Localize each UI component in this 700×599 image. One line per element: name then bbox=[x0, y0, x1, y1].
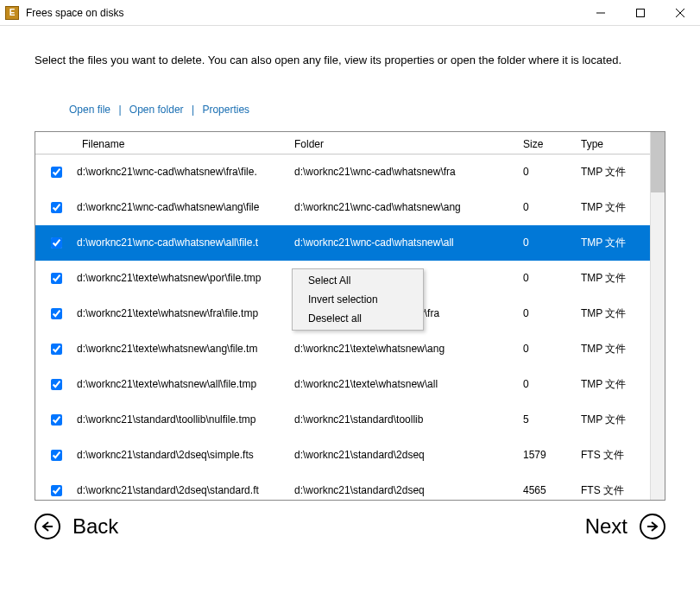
cell-filename: d:\worknc21\texte\whatsnew\por\file.tmp bbox=[77, 272, 294, 284]
table-row[interactable]: d:\worknc21\standard\toollib\nulfile.tmp… bbox=[35, 402, 650, 438]
column-folder[interactable]: Folder bbox=[294, 135, 476, 150]
close-button[interactable] bbox=[660, 0, 700, 26]
cell-type: TMP 文件 bbox=[562, 377, 644, 392]
scrollbar-thumb[interactable] bbox=[651, 132, 665, 192]
cell-folder: d:\worknc21\standard\2dseq bbox=[294, 484, 476, 496]
table-row[interactable]: d:\worknc21\standard\2dseq\standard.ftd:… bbox=[35, 473, 650, 500]
cell-filename: d:\worknc21\texte\whatsnew\fra\file.tmp bbox=[77, 307, 294, 319]
cell-size: 0 bbox=[476, 236, 562, 249]
cell-filename: d:\worknc21\wnc-cad\whatsnew\ang\file bbox=[77, 201, 294, 213]
maximize-button[interactable] bbox=[621, 0, 660, 26]
row-checkbox[interactable] bbox=[51, 308, 62, 319]
cell-size: 5 bbox=[476, 413, 562, 426]
app-icon: E bbox=[5, 6, 19, 20]
cell-filename: d:\worknc21\standard\2dseq\standard.ft bbox=[77, 484, 294, 496]
minimize-button[interactable] bbox=[581, 0, 621, 26]
cell-filename: d:\worknc21\texte\whatsnew\all\file.tmp bbox=[77, 378, 294, 390]
row-checkbox[interactable] bbox=[51, 273, 62, 284]
wizard-footer: Back Next bbox=[0, 501, 700, 552]
back-button[interactable]: Back bbox=[35, 514, 118, 539]
row-checkbox[interactable] bbox=[51, 414, 62, 426]
cell-type: TMP 文件 bbox=[562, 165, 644, 180]
next-label: Next bbox=[585, 514, 627, 539]
window-title: Frees space on disks bbox=[26, 7, 123, 19]
arrow-left-icon bbox=[35, 514, 60, 539]
cell-size: 0 bbox=[476, 307, 562, 319]
cell-type: TMP 文件 bbox=[562, 413, 644, 427]
cell-type: TMP 文件 bbox=[562, 342, 644, 356]
row-checkbox[interactable] bbox=[51, 344, 62, 355]
table-row[interactable]: d:\worknc21\standard\2dseq\simple.ftsd:\… bbox=[35, 438, 650, 473]
cell-folder: d:\worknc21\texte\whatsnew\ang bbox=[294, 343, 476, 355]
table-row[interactable]: d:\worknc21\wnc-cad\whatsnew\ang\filed:\… bbox=[35, 190, 650, 225]
cell-type: TMP 文件 bbox=[562, 271, 644, 286]
cell-size: 0 bbox=[476, 272, 562, 284]
cell-size: 0 bbox=[476, 378, 562, 390]
back-label: Back bbox=[73, 514, 118, 539]
cell-type: TMP 文件 bbox=[562, 200, 644, 215]
cell-type: FTS 文件 bbox=[562, 448, 644, 463]
row-checkbox[interactable] bbox=[51, 485, 62, 496]
cell-filename: d:\worknc21\wnc-cad\whatsnew\all\file.t bbox=[77, 236, 294, 249]
titlebar: E Frees space on disks bbox=[0, 0, 700, 26]
table-row[interactable]: d:\worknc21\wnc-cad\whatsnew\fra\file.d:… bbox=[35, 154, 650, 190]
menu-deselect-all[interactable]: Deselect all bbox=[294, 309, 421, 328]
open-folder-link[interactable]: Open folder bbox=[129, 104, 184, 116]
cell-folder: d:\worknc21\wnc-cad\whatsnew\fra bbox=[294, 166, 476, 178]
table-header: Filename Folder Size Type bbox=[35, 132, 650, 154]
instruction-text: Select the files you want to delete. You… bbox=[35, 52, 665, 69]
row-checkbox[interactable] bbox=[51, 379, 62, 390]
column-filename[interactable]: Filename bbox=[77, 135, 294, 150]
cell-size: 0 bbox=[476, 343, 562, 355]
menu-invert-selection[interactable]: Invert selection bbox=[294, 290, 421, 309]
cell-size: 0 bbox=[476, 166, 562, 178]
table-row[interactable]: d:\worknc21\wnc-cad\whatsnew\all\file.td… bbox=[35, 225, 650, 261]
cell-folder: d:\worknc21\wnc-cad\whatsnew\all bbox=[294, 236, 476, 249]
next-button[interactable]: Next bbox=[585, 514, 665, 539]
row-checkbox[interactable] bbox=[51, 450, 62, 461]
cell-folder: d:\worknc21\standard\toollib bbox=[294, 413, 476, 426]
cell-size: 4565 bbox=[476, 484, 562, 496]
cell-filename: d:\worknc21\wnc-cad\whatsnew\fra\file. bbox=[77, 166, 294, 178]
table-row[interactable]: d:\worknc21\texte\whatsnew\all\file.tmpd… bbox=[35, 367, 650, 402]
cell-filename: d:\worknc21\texte\whatsnew\ang\file.tm bbox=[77, 343, 294, 355]
menu-select-all[interactable]: Select All bbox=[294, 271, 421, 290]
arrow-right-icon bbox=[640, 514, 665, 539]
row-checkbox[interactable] bbox=[51, 167, 62, 178]
cell-size: 1579 bbox=[476, 449, 562, 461]
cell-filename: d:\worknc21\standard\toollib\nulfile.tmp bbox=[77, 413, 294, 426]
column-type[interactable]: Type bbox=[562, 135, 644, 150]
row-checkbox[interactable] bbox=[51, 237, 62, 249]
context-menu: Select All Invert selection Deselect all bbox=[292, 268, 424, 331]
cell-type: FTS 文件 bbox=[562, 483, 644, 498]
cell-type: TMP 文件 bbox=[562, 306, 644, 321]
row-checkbox[interactable] bbox=[51, 202, 62, 213]
action-links: Open file | Open folder | Properties bbox=[69, 104, 665, 116]
cell-folder: d:\worknc21\wnc-cad\whatsnew\ang bbox=[294, 201, 476, 213]
cell-folder: d:\worknc21\standard\2dseq bbox=[294, 449, 476, 461]
properties-link[interactable]: Properties bbox=[202, 104, 249, 116]
cell-size: 0 bbox=[476, 201, 562, 213]
svg-rect-1 bbox=[637, 9, 645, 16]
cell-folder: d:\worknc21\texte\whatsnew\all bbox=[294, 378, 476, 390]
open-file-link[interactable]: Open file bbox=[69, 104, 110, 116]
vertical-scrollbar[interactable] bbox=[650, 132, 665, 500]
cell-filename: d:\worknc21\standard\2dseq\simple.fts bbox=[77, 449, 294, 461]
column-size[interactable]: Size bbox=[476, 135, 562, 150]
cell-type: TMP 文件 bbox=[562, 236, 644, 250]
table-row[interactable]: d:\worknc21\texte\whatsnew\ang\file.tmd:… bbox=[35, 331, 650, 367]
